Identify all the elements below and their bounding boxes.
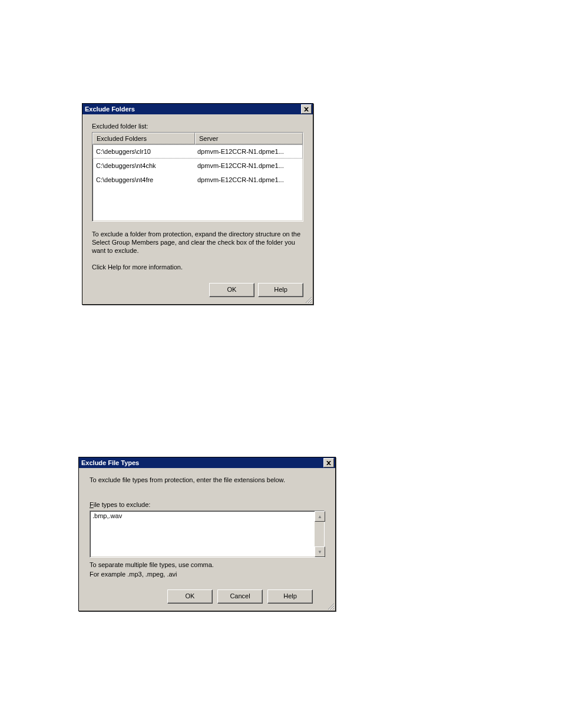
intro-text: To exclude file types from protection, e… xyxy=(90,476,325,483)
ok-button[interactable]: OK xyxy=(167,589,213,604)
hint-line-1: To separate multiple file types, use com… xyxy=(90,561,325,568)
hint-line-2: For example .mp3, .mpeg, .avi xyxy=(90,571,325,578)
cancel-button[interactable]: Cancel xyxy=(217,589,263,604)
cell-server: dpmvm-E12CCR-N1.dpme1... xyxy=(194,148,303,155)
scrollbar: ▲ ▼ xyxy=(315,511,324,557)
client-area: Excluded folder list: Excluded Folders S… xyxy=(82,114,313,304)
cell-folder: C:\debuggers\nt4chk xyxy=(92,162,194,169)
table-row[interactable]: C:\debuggers\nt4chk dpmvm-E12CCR-N1.dpme… xyxy=(92,159,303,173)
column-server[interactable]: Server xyxy=(195,133,303,144)
file-types-value[interactable]: .bmp,.wav xyxy=(90,511,315,557)
cell-folder: C:\debuggers\nt4fre xyxy=(92,176,194,183)
list-label: Excluded folder list: xyxy=(92,123,303,130)
cell-folder: C:\debuggers\clr10 xyxy=(92,148,194,155)
excluded-folders-listview[interactable]: Excluded Folders Server C:\debuggers\clr… xyxy=(92,132,303,222)
svg-line-11 xyxy=(333,609,334,610)
listview-header: Excluded Folders Server xyxy=(92,133,303,144)
resize-grip[interactable] xyxy=(304,295,312,304)
cell-server: dpmvm-E12CCR-N1.dpme1... xyxy=(194,162,303,169)
instruction-text: To exclude a folder from protection, exp… xyxy=(92,230,303,255)
titlebar[interactable]: Exclude Folders xyxy=(82,104,313,114)
help-hint-text: Click Help for more information. xyxy=(92,263,303,271)
scroll-up-button[interactable]: ▲ xyxy=(315,511,325,522)
exclude-file-types-dialog: Exclude File Types To exclude file types… xyxy=(78,457,336,611)
button-row: OK Help xyxy=(92,283,303,301)
close-button[interactable] xyxy=(323,458,334,467)
label-rest: ile types to exclude: xyxy=(94,501,151,508)
table-row[interactable]: C:\debuggers\clr10 dpmvm-E12CCR-N1.dpme1… xyxy=(92,144,303,159)
file-types-label: File types to exclude: xyxy=(90,501,325,508)
accelerator-letter: F xyxy=(90,501,94,508)
help-button[interactable]: Help xyxy=(267,589,313,604)
help-button[interactable]: Help xyxy=(258,283,303,297)
svg-line-5 xyxy=(311,302,312,303)
scroll-down-button[interactable]: ▼ xyxy=(315,546,325,557)
table-row[interactable]: C:\debuggers\nt4fre dpmvm-E12CCR-N1.dpme… xyxy=(92,173,303,187)
ok-button[interactable]: OK xyxy=(209,283,254,297)
close-button[interactable] xyxy=(301,104,312,114)
exclude-folders-dialog: Exclude Folders Excluded folder list: Ex… xyxy=(82,103,313,305)
titlebar[interactable]: Exclude File Types xyxy=(79,457,335,468)
file-types-input[interactable]: .bmp,.wav ▲ ▼ xyxy=(90,510,325,558)
button-row: OK Cancel Help xyxy=(90,589,325,607)
listview-rows: C:\debuggers\clr10 dpmvm-E12CCR-N1.dpme1… xyxy=(92,144,303,187)
dialog-title: Exclude Folders xyxy=(85,104,135,114)
resize-grip[interactable] xyxy=(326,602,335,610)
client-area: To exclude file types from protection, e… xyxy=(79,468,335,611)
cell-server: dpmvm-E12CCR-N1.dpme1... xyxy=(194,176,303,183)
column-excluded-folders[interactable]: Excluded Folders xyxy=(92,133,195,144)
dialog-title: Exclude File Types xyxy=(81,457,139,468)
